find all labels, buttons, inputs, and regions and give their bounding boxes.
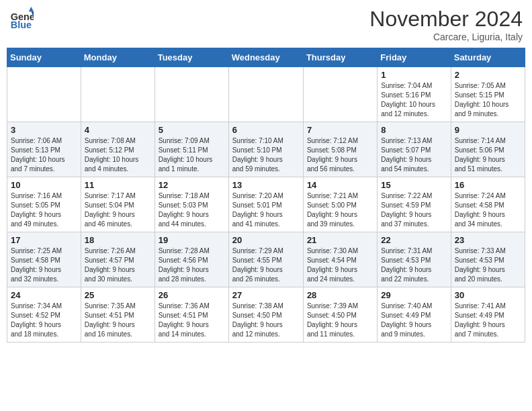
calendar-week-1: 1Sunrise: 7:04 AM Sunset: 5:16 PM Daylig… bbox=[7, 67, 525, 122]
day-info: Sunrise: 7:14 AM Sunset: 5:06 PM Dayligh… bbox=[455, 136, 521, 174]
calendar-table: SundayMondayTuesdayWednesdayThursdayFrid… bbox=[7, 48, 525, 342]
day-number: 6 bbox=[232, 125, 300, 135]
calendar-cell: 11Sunrise: 7:17 AM Sunset: 5:04 PM Dayli… bbox=[81, 177, 154, 232]
calendar-cell: 4Sunrise: 7:08 AM Sunset: 5:12 PM Daylig… bbox=[81, 122, 154, 177]
weekday-header-row: SundayMondayTuesdayWednesdayThursdayFrid… bbox=[7, 48, 525, 67]
day-info: Sunrise: 7:41 AM Sunset: 4:49 PM Dayligh… bbox=[455, 302, 521, 339]
weekday-header-saturday: Saturday bbox=[451, 48, 525, 67]
calendar-cell bbox=[81, 67, 154, 122]
calendar-week-3: 10Sunrise: 7:16 AM Sunset: 5:05 PM Dayli… bbox=[7, 177, 525, 232]
day-number: 10 bbox=[11, 180, 77, 190]
weekday-header-thursday: Thursday bbox=[303, 48, 377, 67]
calendar-cell: 14Sunrise: 7:21 AM Sunset: 5:00 PM Dayli… bbox=[303, 177, 377, 232]
calendar-cell: 16Sunrise: 7:24 AM Sunset: 4:58 PM Dayli… bbox=[451, 177, 525, 232]
day-number: 11 bbox=[85, 180, 151, 190]
day-info: Sunrise: 7:33 AM Sunset: 4:53 PM Dayligh… bbox=[455, 246, 521, 284]
day-number: 27 bbox=[232, 290, 300, 300]
calendar-week-2: 3Sunrise: 7:06 AM Sunset: 5:13 PM Daylig… bbox=[7, 122, 525, 177]
calendar-cell: 22Sunrise: 7:31 AM Sunset: 4:53 PM Dayli… bbox=[378, 232, 451, 287]
calendar-cell: 20Sunrise: 7:29 AM Sunset: 4:55 PM Dayli… bbox=[228, 232, 303, 287]
calendar-cell bbox=[154, 67, 228, 122]
calendar-cell: 7Sunrise: 7:12 AM Sunset: 5:08 PM Daylig… bbox=[303, 122, 377, 177]
day-info: Sunrise: 7:31 AM Sunset: 4:53 PM Dayligh… bbox=[381, 246, 447, 284]
calendar-cell: 23Sunrise: 7:33 AM Sunset: 4:53 PM Dayli… bbox=[451, 232, 525, 287]
day-number: 25 bbox=[85, 290, 151, 300]
day-number: 21 bbox=[307, 235, 373, 245]
day-info: Sunrise: 7:06 AM Sunset: 5:13 PM Dayligh… bbox=[11, 136, 77, 174]
calendar-cell: 27Sunrise: 7:38 AM Sunset: 4:50 PM Dayli… bbox=[228, 287, 303, 342]
day-number: 13 bbox=[232, 180, 300, 190]
calendar-cell: 1Sunrise: 7:04 AM Sunset: 5:16 PM Daylig… bbox=[378, 67, 451, 122]
weekday-header-tuesday: Tuesday bbox=[154, 48, 228, 67]
day-number: 2 bbox=[455, 70, 521, 80]
day-number: 28 bbox=[307, 290, 373, 300]
day-number: 8 bbox=[381, 125, 447, 135]
day-info: Sunrise: 7:36 AM Sunset: 4:51 PM Dayligh… bbox=[159, 302, 225, 339]
day-number: 20 bbox=[232, 235, 300, 245]
day-info: Sunrise: 7:20 AM Sunset: 5:01 PM Dayligh… bbox=[232, 191, 300, 229]
day-info: Sunrise: 7:21 AM Sunset: 5:00 PM Dayligh… bbox=[307, 191, 373, 229]
day-number: 12 bbox=[159, 180, 225, 190]
month-title: November 2024 bbox=[369, 7, 523, 32]
day-number: 9 bbox=[455, 125, 521, 135]
day-number: 14 bbox=[307, 180, 373, 190]
logo-icon: General Blue bbox=[9, 7, 34, 31]
day-info: Sunrise: 7:04 AM Sunset: 5:16 PM Dayligh… bbox=[381, 81, 447, 119]
day-info: Sunrise: 7:29 AM Sunset: 4:55 PM Dayligh… bbox=[232, 246, 300, 284]
day-number: 30 bbox=[455, 290, 521, 300]
calendar-cell: 10Sunrise: 7:16 AM Sunset: 5:05 PM Dayli… bbox=[7, 177, 81, 232]
calendar-cell: 17Sunrise: 7:25 AM Sunset: 4:58 PM Dayli… bbox=[7, 232, 81, 287]
location: Carcare, Liguria, Italy bbox=[369, 32, 523, 42]
day-info: Sunrise: 7:26 AM Sunset: 4:57 PM Dayligh… bbox=[85, 246, 151, 284]
calendar-cell: 29Sunrise: 7:40 AM Sunset: 4:49 PM Dayli… bbox=[378, 287, 451, 342]
logo: General Blue bbox=[9, 7, 34, 31]
day-info: Sunrise: 7:34 AM Sunset: 4:52 PM Dayligh… bbox=[11, 302, 77, 339]
day-number: 26 bbox=[159, 290, 225, 300]
day-info: Sunrise: 7:12 AM Sunset: 5:08 PM Dayligh… bbox=[307, 136, 373, 174]
calendar-cell: 13Sunrise: 7:20 AM Sunset: 5:01 PM Dayli… bbox=[228, 177, 303, 232]
weekday-header-wednesday: Wednesday bbox=[228, 48, 303, 67]
calendar-cell: 9Sunrise: 7:14 AM Sunset: 5:06 PM Daylig… bbox=[451, 122, 525, 177]
day-info: Sunrise: 7:22 AM Sunset: 4:59 PM Dayligh… bbox=[381, 191, 447, 229]
day-number: 7 bbox=[307, 125, 373, 135]
calendar-cell bbox=[303, 67, 377, 122]
day-number: 29 bbox=[381, 290, 447, 300]
calendar-cell: 2Sunrise: 7:05 AM Sunset: 5:15 PM Daylig… bbox=[451, 67, 525, 122]
day-info: Sunrise: 7:17 AM Sunset: 5:04 PM Dayligh… bbox=[85, 191, 151, 229]
svg-marker-2 bbox=[29, 7, 34, 11]
weekday-header-friday: Friday bbox=[378, 48, 451, 67]
day-number: 1 bbox=[381, 70, 447, 80]
day-number: 15 bbox=[381, 180, 447, 190]
weekday-header-monday: Monday bbox=[81, 48, 154, 67]
day-info: Sunrise: 7:38 AM Sunset: 4:50 PM Dayligh… bbox=[232, 302, 300, 339]
day-info: Sunrise: 7:24 AM Sunset: 4:58 PM Dayligh… bbox=[455, 191, 521, 229]
calendar-cell: 3Sunrise: 7:06 AM Sunset: 5:13 PM Daylig… bbox=[7, 122, 81, 177]
day-number: 19 bbox=[159, 235, 225, 245]
calendar-cell: 28Sunrise: 7:39 AM Sunset: 4:50 PM Dayli… bbox=[303, 287, 377, 342]
calendar-cell: 8Sunrise: 7:13 AM Sunset: 5:07 PM Daylig… bbox=[378, 122, 451, 177]
day-info: Sunrise: 7:05 AM Sunset: 5:15 PM Dayligh… bbox=[455, 81, 521, 119]
calendar-week-5: 24Sunrise: 7:34 AM Sunset: 4:52 PM Dayli… bbox=[7, 287, 525, 342]
calendar-cell: 21Sunrise: 7:30 AM Sunset: 4:54 PM Dayli… bbox=[303, 232, 377, 287]
day-info: Sunrise: 7:25 AM Sunset: 4:58 PM Dayligh… bbox=[11, 246, 77, 284]
day-info: Sunrise: 7:39 AM Sunset: 4:50 PM Dayligh… bbox=[307, 302, 373, 339]
calendar-cell: 12Sunrise: 7:18 AM Sunset: 5:03 PM Dayli… bbox=[154, 177, 228, 232]
day-number: 23 bbox=[455, 235, 521, 245]
day-info: Sunrise: 7:35 AM Sunset: 4:51 PM Dayligh… bbox=[85, 302, 151, 339]
calendar-cell: 5Sunrise: 7:09 AM Sunset: 5:11 PM Daylig… bbox=[154, 122, 228, 177]
day-number: 17 bbox=[11, 235, 77, 245]
day-number: 24 bbox=[11, 290, 77, 300]
calendar-cell: 19Sunrise: 7:28 AM Sunset: 4:56 PM Dayli… bbox=[154, 232, 228, 287]
calendar-cell: 6Sunrise: 7:10 AM Sunset: 5:10 PM Daylig… bbox=[228, 122, 303, 177]
calendar-cell: 25Sunrise: 7:35 AM Sunset: 4:51 PM Dayli… bbox=[81, 287, 154, 342]
day-info: Sunrise: 7:08 AM Sunset: 5:12 PM Dayligh… bbox=[85, 136, 151, 174]
calendar-cell: 24Sunrise: 7:34 AM Sunset: 4:52 PM Dayli… bbox=[7, 287, 81, 342]
page-header: General Blue November 2024 Carcare, Ligu… bbox=[7, 7, 525, 42]
calendar-cell: 30Sunrise: 7:41 AM Sunset: 4:49 PM Dayli… bbox=[451, 287, 525, 342]
day-number: 5 bbox=[159, 125, 225, 135]
title-block: November 2024 Carcare, Liguria, Italy bbox=[369, 7, 523, 42]
calendar-cell: 15Sunrise: 7:22 AM Sunset: 4:59 PM Dayli… bbox=[378, 177, 451, 232]
calendar-cell: 26Sunrise: 7:36 AM Sunset: 4:51 PM Dayli… bbox=[154, 287, 228, 342]
day-number: 22 bbox=[381, 235, 447, 245]
calendar-cell: 18Sunrise: 7:26 AM Sunset: 4:57 PM Dayli… bbox=[81, 232, 154, 287]
